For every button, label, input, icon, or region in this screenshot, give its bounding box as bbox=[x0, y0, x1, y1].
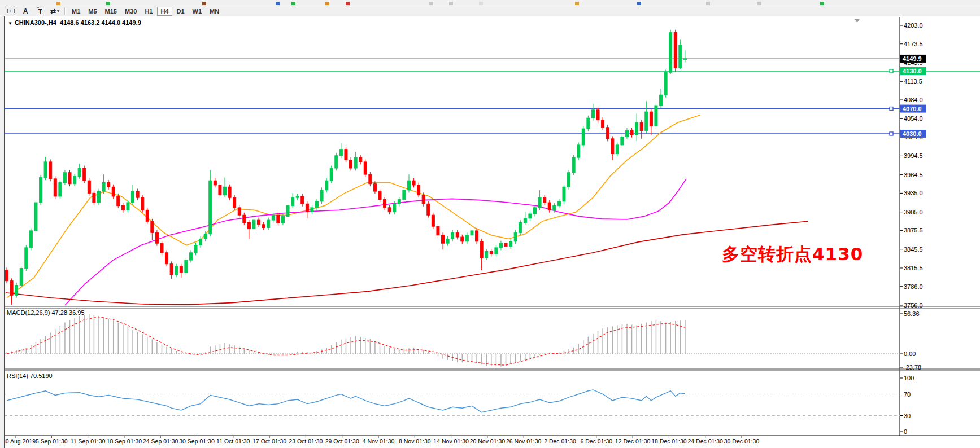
chart-toolbar: FAT⇄▾ M1M5M15M30H1H4D1W1MN bbox=[0, 6, 980, 16]
clipped-icon-fragment bbox=[346, 2, 350, 5]
toolbar-separator bbox=[64, 7, 66, 15]
ohlc-values-text: 4148.6 4163.2 4144.0 4149.9 bbox=[60, 19, 141, 26]
timeframe-button-m30[interactable]: M30 bbox=[121, 7, 140, 16]
timeframe-button-m5[interactable]: M5 bbox=[85, 7, 100, 16]
clipped-icon-fragment bbox=[479, 2, 483, 5]
style-switch-tool-button[interactable]: ⇄▾ bbox=[48, 7, 62, 15]
clipped-icon-fragment bbox=[757, 2, 761, 5]
dotted-grid-icon: F bbox=[7, 8, 15, 14]
grid-properties-tool-button[interactable]: F bbox=[4, 7, 18, 15]
clipped-icon-fragment bbox=[429, 2, 433, 5]
timeframe-button-w1[interactable]: W1 bbox=[189, 7, 206, 16]
rsi-indicator-label: RSI(14) 70.5190 bbox=[7, 372, 53, 379]
chart-text-annotation[interactable]: 多空转折点4130 bbox=[722, 243, 863, 266]
dropdown-caret-icon: ▾ bbox=[57, 9, 59, 14]
clipped-icon-fragment bbox=[820, 2, 824, 5]
clipped-icon-fragment bbox=[106, 2, 110, 5]
timeframe-buttons-group: M1M5M15M30H1H4D1W1MN bbox=[68, 7, 223, 16]
clipped-icon-fragment bbox=[291, 2, 295, 5]
chart-symbol-title: ▼CHINA300-,H4 4148.6 4163.2 4144.0 4149.… bbox=[8, 19, 141, 26]
collapse-triangle-icon: ▼ bbox=[8, 21, 12, 26]
chart-area[interactable] bbox=[0, 16, 980, 448]
timeframe-button-mn[interactable]: MN bbox=[206, 7, 223, 16]
timeframe-button-d1[interactable]: D1 bbox=[173, 7, 188, 16]
clipped-icon-fragment bbox=[276, 2, 280, 5]
clipped-icon-fragment bbox=[202, 2, 206, 5]
clipped-icon-fragment bbox=[449, 2, 453, 5]
font-tool-glyph: A bbox=[23, 7, 28, 15]
clipped-icon-fragment bbox=[56, 2, 60, 5]
timeframe-button-m1[interactable]: M1 bbox=[68, 7, 84, 16]
macd-indicator-label: MACD(12,26,9) 47.28 36.95 bbox=[7, 309, 85, 316]
clipped-toolbar-row[interactable] bbox=[0, 0, 980, 6]
clipped-icon-fragment bbox=[575, 2, 579, 5]
drawing-tools-group: FAT⇄▾ bbox=[3, 7, 62, 15]
clipped-icon-fragment bbox=[706, 2, 710, 5]
clipped-icon-fragment bbox=[325, 2, 329, 5]
style-switch-tool-glyph: ⇄ bbox=[50, 7, 56, 15]
timeframe-button-m15[interactable]: M15 bbox=[102, 7, 120, 16]
symbol-period-text: CHINA300-,H4 bbox=[15, 19, 56, 26]
timeframe-button-h4[interactable]: H4 bbox=[157, 7, 172, 16]
timeframe-button-h1[interactable]: H1 bbox=[141, 7, 156, 16]
clipped-icon-fragment bbox=[637, 2, 641, 5]
text-label-tool-button[interactable]: T bbox=[33, 7, 47, 15]
trading-terminal-window: FAT⇄▾ M1M5M15M30H1H4D1W1MN 4203.04173.54… bbox=[0, 0, 980, 448]
text-label-tool-glyph: T bbox=[37, 7, 44, 15]
font-tool-button[interactable]: A bbox=[19, 7, 32, 15]
window-left-gutter bbox=[0, 16, 5, 448]
